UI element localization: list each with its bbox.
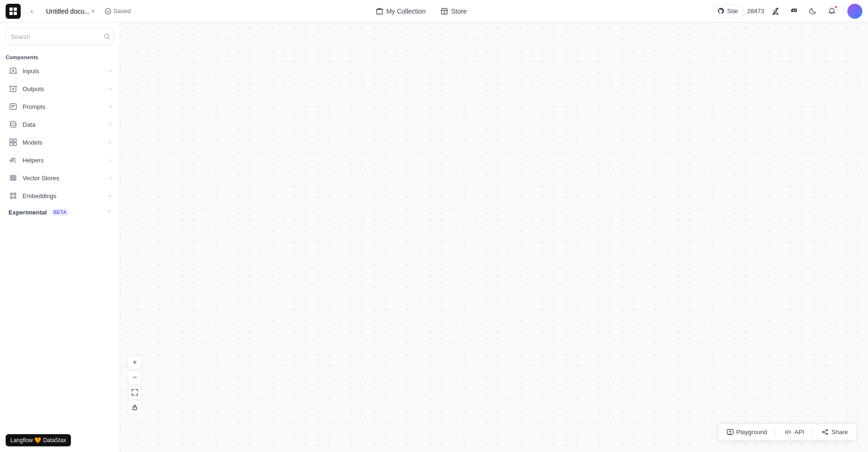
share-button[interactable]: Share xyxy=(815,426,854,438)
back-button[interactable]: ‹ xyxy=(24,4,39,19)
svg-rect-12 xyxy=(14,143,16,146)
canvas[interactable]: + − Playground xyxy=(120,23,868,452)
sidebar-footer: Langflow 🧡 DataStax xyxy=(0,429,120,452)
models-chevron: › xyxy=(109,139,111,146)
collection-icon xyxy=(376,8,383,15)
lock-button[interactable] xyxy=(128,400,142,414)
prompts-label: Prompts xyxy=(23,103,45,110)
doc-name-button[interactable]: Untitled docu... ▾ xyxy=(43,6,97,17)
my-collection-button[interactable]: My Collection xyxy=(370,5,431,18)
share-icon xyxy=(822,429,829,436)
sidebar-item-embeddings[interactable]: Embeddings › xyxy=(3,187,117,204)
store-icon xyxy=(441,8,448,15)
outputs-label: Outputs xyxy=(23,85,44,92)
data-chevron: › xyxy=(109,121,111,128)
inputs-chevron: › xyxy=(109,68,111,74)
experimental-label: Experimental xyxy=(8,209,47,216)
api-button[interactable]: API xyxy=(778,426,811,438)
sidebar: Components Inputs › xyxy=(0,23,120,452)
svg-rect-1 xyxy=(14,8,17,11)
zoom-in-button[interactable]: + xyxy=(128,355,142,369)
svg-rect-0 xyxy=(9,8,13,11)
svg-point-4 xyxy=(105,8,111,14)
github-star-button[interactable]: Star xyxy=(712,5,744,17)
data-icon xyxy=(8,120,18,129)
zoom-out-button[interactable]: − xyxy=(128,370,142,384)
topbar: ‹ Untitled docu... ▾ Saved My Collection xyxy=(0,0,868,23)
svg-rect-7 xyxy=(10,104,16,109)
inputs-label: Inputs xyxy=(23,68,39,75)
beta-badge: BETA xyxy=(51,209,70,216)
models-icon xyxy=(8,138,18,147)
bottom-right-buttons: Playground API Share xyxy=(718,423,857,441)
outputs-icon xyxy=(8,84,18,93)
langflow-badge[interactable]: Langflow 🧡 DataStax xyxy=(6,434,71,446)
x-twitter-button[interactable] xyxy=(768,4,783,19)
bell-icon xyxy=(828,8,836,15)
svg-rect-9 xyxy=(10,139,13,142)
app-logo xyxy=(6,4,21,19)
prompts-chevron: › xyxy=(109,103,111,110)
store-button[interactable]: Store xyxy=(435,5,472,18)
github-icon xyxy=(717,8,724,15)
experimental-chevron: ⌃ xyxy=(107,209,111,216)
star-count: 28473 xyxy=(747,8,764,15)
saved-status: Saved xyxy=(105,8,131,15)
svg-point-8 xyxy=(10,122,16,124)
svg-rect-11 xyxy=(10,143,13,146)
vector-stores-label: Vector Stores xyxy=(23,175,59,182)
x-icon xyxy=(772,8,779,15)
dark-mode-button[interactable] xyxy=(806,4,821,19)
main-layout: Components Inputs › xyxy=(0,23,868,452)
playground-button[interactable]: Playground xyxy=(720,426,774,438)
moon-icon xyxy=(809,8,817,15)
notifications-button[interactable] xyxy=(824,4,839,19)
svg-rect-3 xyxy=(14,12,17,15)
search-input[interactable] xyxy=(6,28,114,45)
search-box xyxy=(6,28,114,45)
sidebar-item-outputs[interactable]: Outputs › xyxy=(3,80,117,97)
svg-rect-17 xyxy=(133,407,137,410)
vector-stores-chevron: › xyxy=(109,175,111,181)
helpers-icon xyxy=(8,155,18,165)
playground-icon xyxy=(727,429,734,436)
user-avatar-button[interactable] xyxy=(847,4,862,19)
sidebar-item-helpers[interactable]: Helpers › xyxy=(3,152,117,169)
saved-icon xyxy=(105,8,111,15)
sidebar-item-inputs[interactable]: Inputs › xyxy=(3,62,117,79)
experimental-section[interactable]: Experimental BETA ⌃ xyxy=(3,205,117,220)
zoom-controls: + − xyxy=(128,355,142,414)
helpers-label: Helpers xyxy=(23,157,44,164)
fit-view-button[interactable] xyxy=(128,385,142,399)
embeddings-icon xyxy=(8,191,18,200)
vector-stores-icon xyxy=(8,173,18,183)
discord-button[interactable] xyxy=(787,4,802,19)
svg-rect-2 xyxy=(9,12,13,15)
svg-point-21 xyxy=(822,431,824,433)
sidebar-item-prompts[interactable]: Prompts › xyxy=(3,98,117,115)
sidebar-item-data[interactable]: Data › xyxy=(3,116,117,133)
doc-name-chevron: ▾ xyxy=(92,8,94,15)
components-section-label: Components xyxy=(0,51,120,62)
discord-icon xyxy=(790,8,798,15)
embeddings-label: Embeddings xyxy=(23,192,56,199)
svg-rect-10 xyxy=(14,139,16,142)
outputs-chevron: › xyxy=(109,85,111,92)
models-label: Models xyxy=(23,139,42,146)
svg-point-20 xyxy=(826,433,828,435)
api-icon xyxy=(784,429,791,436)
data-label: Data xyxy=(23,121,35,128)
prompts-icon xyxy=(8,102,18,111)
sidebar-item-models[interactable]: Models › xyxy=(3,134,117,151)
embeddings-chevron: › xyxy=(109,192,111,199)
doc-name-label: Untitled docu... xyxy=(46,8,90,15)
inputs-icon xyxy=(8,66,18,76)
svg-point-19 xyxy=(826,429,828,431)
sidebar-item-vector-stores[interactable]: Vector Stores › xyxy=(3,169,117,186)
helpers-chevron: › xyxy=(109,157,111,163)
